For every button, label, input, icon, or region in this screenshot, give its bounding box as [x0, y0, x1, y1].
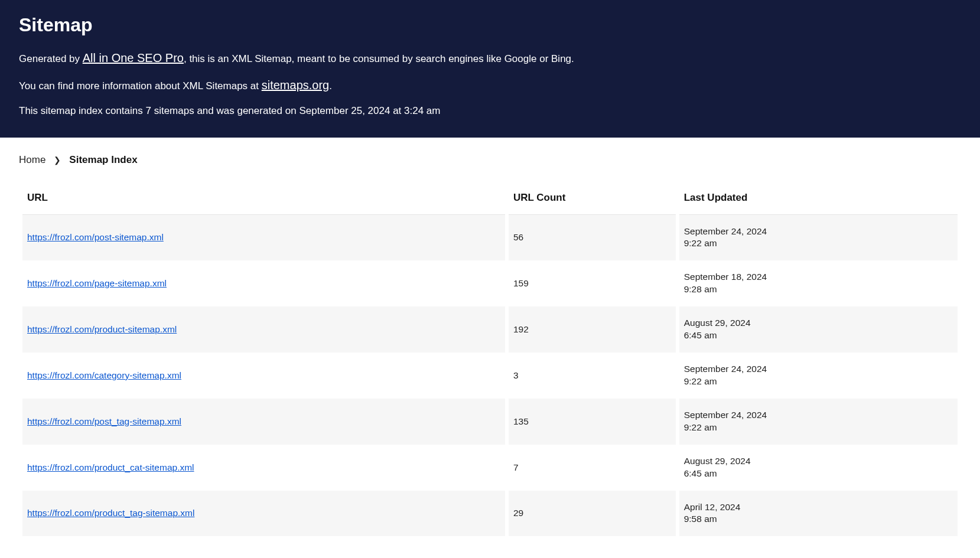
sitemap-link[interactable]: https://frozl.com/product-sitemap.xml [27, 324, 177, 334]
breadcrumb-home[interactable]: Home [19, 154, 45, 166]
updated-time: 9:28 am [684, 283, 953, 296]
col-header-count: URL Count [509, 184, 676, 215]
updated-date: April 12, 2024 [684, 501, 953, 514]
cell-updated: September 18, 20249:28 am [679, 260, 958, 306]
updated-time: 6:45 am [684, 468, 953, 480]
cell-url: https://frozl.com/product-sitemap.xml [22, 306, 505, 353]
cell-count: 3 [509, 353, 676, 399]
cell-updated: August 29, 20246:45 am [679, 445, 958, 491]
updated-time: 9:22 am [684, 376, 953, 388]
cell-url: https://frozl.com/category-sitemap.xml [22, 353, 505, 399]
header-line-1: Generated by All in One SEO Pro, this is… [19, 49, 961, 67]
cell-count: 159 [509, 260, 676, 306]
updated-date: August 29, 2024 [684, 317, 953, 329]
sitemap-link[interactable]: https://frozl.com/category-sitemap.xml [27, 370, 181, 380]
cell-count: 29 [509, 491, 676, 537]
table-row: https://frozl.com/product-sitemap.xml192… [22, 306, 958, 353]
cell-updated: April 12, 20249:58 am [679, 491, 958, 537]
breadcrumb-current: Sitemap Index [69, 154, 137, 166]
main-content: Home ❯ Sitemap Index URL URL Count Last … [0, 138, 980, 553]
sitemap-link[interactable]: https://frozl.com/product_tag-sitemap.xm… [27, 508, 194, 518]
table-row: https://frozl.com/page-sitemap.xml159Sep… [22, 260, 958, 306]
updated-time: 9:22 am [684, 422, 953, 434]
cell-updated: September 24, 20249:22 am [679, 353, 958, 399]
cell-count: 7 [509, 445, 676, 491]
cell-url: https://frozl.com/post-sitemap.xml [22, 215, 505, 261]
cell-url: https://frozl.com/post_tag-sitemap.xml [22, 399, 505, 445]
header-line-2: You can find more information about XML … [19, 76, 961, 94]
table-row: https://frozl.com/post_tag-sitemap.xml13… [22, 399, 958, 445]
sitemap-link[interactable]: https://frozl.com/post_tag-sitemap.xml [27, 416, 181, 426]
header-line-2-post: . [329, 80, 332, 92]
table-row: https://frozl.com/product_tag-sitemap.xm… [22, 491, 958, 537]
sitemap-table: URL URL Count Last Updated https://frozl… [19, 184, 961, 537]
table-row: https://frozl.com/post-sitemap.xml56Sept… [22, 215, 958, 261]
chevron-right-icon: ❯ [54, 155, 61, 165]
page-header: Sitemap Generated by All in One SEO Pro,… [0, 0, 980, 138]
table-row: https://frozl.com/category-sitemap.xml3S… [22, 353, 958, 399]
updated-time: 9:58 am [684, 513, 953, 526]
col-header-updated: Last Updated [679, 184, 958, 215]
cell-url: https://frozl.com/product_cat-sitemap.xm… [22, 445, 505, 491]
header-line-3: This sitemap index contains 7 sitemaps a… [19, 103, 961, 119]
sitemap-link[interactable]: https://frozl.com/post-sitemap.xml [27, 232, 164, 242]
table-row: https://frozl.com/product_cat-sitemap.xm… [22, 445, 958, 491]
cell-updated: September 24, 20249:22 am [679, 215, 958, 261]
page-title: Sitemap [19, 14, 961, 36]
header-line-1-pre: Generated by [19, 53, 83, 64]
generator-link[interactable]: All in One SEO Pro [83, 51, 184, 64]
updated-date: September 24, 2024 [684, 363, 953, 376]
updated-date: September 24, 2024 [684, 226, 953, 238]
col-header-url: URL [22, 184, 505, 215]
sitemap-link[interactable]: https://frozl.com/product_cat-sitemap.xm… [27, 462, 194, 472]
cell-count: 56 [509, 215, 676, 261]
updated-date: September 18, 2024 [684, 271, 953, 283]
sitemaps-org-link[interactable]: sitemaps.org [262, 79, 330, 92]
updated-time: 9:22 am [684, 237, 953, 250]
cell-url: https://frozl.com/page-sitemap.xml [22, 260, 505, 306]
updated-time: 6:45 am [684, 329, 953, 342]
header-line-1-post: , this is an XML Sitemap, meant to be co… [184, 53, 574, 64]
table-header-row: URL URL Count Last Updated [22, 184, 958, 215]
updated-date: September 24, 2024 [684, 409, 953, 422]
cell-count: 192 [509, 306, 676, 353]
cell-url: https://frozl.com/product_tag-sitemap.xm… [22, 491, 505, 537]
header-line-2-pre: You can find more information about XML … [19, 80, 262, 92]
cell-count: 135 [509, 399, 676, 445]
cell-updated: August 29, 20246:45 am [679, 306, 958, 353]
breadcrumb: Home ❯ Sitemap Index [19, 154, 961, 166]
sitemap-link[interactable]: https://frozl.com/page-sitemap.xml [27, 278, 167, 288]
cell-updated: September 24, 20249:22 am [679, 399, 958, 445]
updated-date: August 29, 2024 [684, 455, 953, 468]
